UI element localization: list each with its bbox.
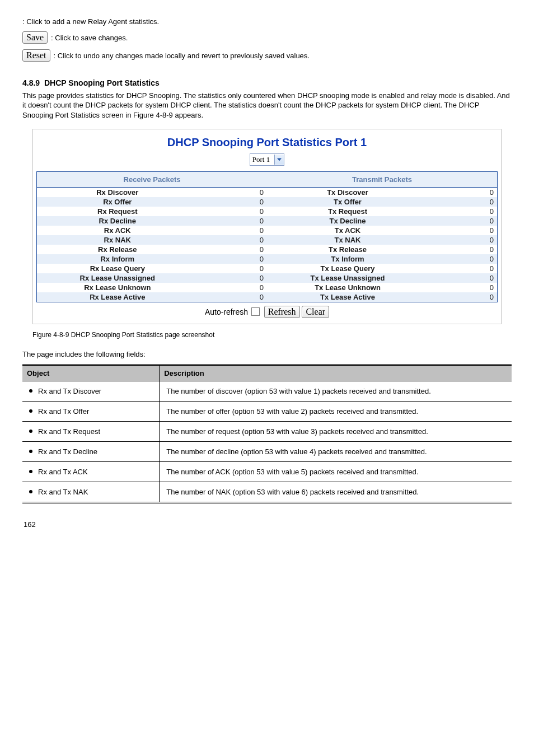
save-description: : Click to save changes. — [51, 34, 128, 42]
desc-head-description: Description — [160, 365, 512, 381]
rx-label: Rx Lease Active — [37, 292, 198, 302]
tx-label: Tx ACK — [267, 226, 428, 235]
rx-label: Rx NAK — [37, 235, 198, 245]
rx-value: 0 — [198, 254, 267, 264]
desc-object: Rx and Tx Decline — [22, 442, 160, 462]
desc-object: Rx and Tx Request — [22, 422, 160, 442]
rx-label: Rx ACK — [37, 226, 198, 235]
desc-object: Rx and Tx Offer — [22, 402, 160, 422]
rx-value: 0 — [198, 292, 267, 302]
desc-text: The number of decline (option 53 with va… — [160, 442, 512, 462]
clear-button[interactable]: Clear — [302, 306, 329, 318]
save-button[interactable]: Save — [22, 31, 48, 44]
desc-text: The number of offer (option 53 with valu… — [160, 402, 512, 422]
desc-object: Rx and Tx NAK — [22, 482, 160, 503]
tx-label: Tx Lease Active — [267, 292, 428, 302]
desc-head-object: Object — [22, 365, 160, 381]
rx-label: Rx Decline — [37, 216, 198, 226]
table-row: Rx Lease Unassigned0Tx Lease Unassigned0 — [37, 273, 498, 283]
desc-intro: The page includes the following fields: — [22, 350, 512, 358]
bullet-icon — [29, 450, 32, 453]
tx-label: Tx NAK — [267, 235, 428, 245]
section-title: DHCP Snooping Port Statistics — [44, 78, 160, 87]
desc-text: The number of discover (option 53 with v… — [160, 381, 512, 402]
chevron-down-icon — [274, 155, 284, 165]
tx-label: Tx Discover — [267, 188, 428, 198]
rx-value: 0 — [198, 235, 267, 245]
port-select-value: Port 1 — [250, 155, 274, 164]
table-row: Rx Lease Unknown0Tx Lease Unknown0 — [37, 283, 498, 292]
rx-label: Rx Offer — [37, 197, 198, 207]
auto-refresh-label: Auto-refresh — [205, 307, 248, 316]
tx-value: 0 — [428, 245, 497, 254]
bullet-icon — [29, 470, 32, 473]
page-number: 162 — [22, 520, 512, 529]
rx-value: 0 — [198, 188, 267, 198]
rx-value: 0 — [198, 264, 267, 273]
table-row: Rx and Tx DiscoverThe number of discover… — [22, 381, 512, 402]
rx-label: Rx Lease Unassigned — [37, 273, 198, 283]
rx-value: 0 — [198, 197, 267, 207]
screenshot-title: DHCP Snooping Port Statistics Port 1 — [36, 136, 498, 149]
tx-label: Tx Lease Unassigned — [267, 273, 428, 283]
table-row: Rx ACK0Tx ACK0 — [37, 226, 498, 235]
table-row: Rx Decline0Tx Decline0 — [37, 216, 498, 226]
table-row: Rx Lease Query0Tx Lease Query0 — [37, 264, 498, 273]
table-row: Rx Discover0Tx Discover0 — [37, 188, 498, 198]
bullet-icon — [29, 430, 32, 433]
rx-label: Rx Lease Unknown — [37, 283, 198, 292]
rx-label: Rx Lease Query — [37, 264, 198, 273]
rx-label: Rx Release — [37, 245, 198, 254]
rx-value: 0 — [198, 207, 267, 216]
rx-value: 0 — [198, 216, 267, 226]
tx-value: 0 — [428, 273, 497, 283]
table-row: Rx Release0Tx Release0 — [37, 245, 498, 254]
table-row: Rx Lease Active0Tx Lease Active0 — [37, 292, 498, 302]
table-row: Rx and Tx ACKThe number of ACK (option 5… — [22, 462, 512, 482]
header-receive: Receive Packets — [37, 172, 267, 188]
refresh-button[interactable]: Refresh — [264, 306, 300, 318]
tx-value: 0 — [428, 292, 497, 302]
section-number: 4.8.9 — [22, 78, 40, 87]
reset-button[interactable]: Reset — [22, 49, 50, 62]
bullet-icon — [29, 389, 32, 393]
table-row: Rx and Tx RequestThe number of request (… — [22, 422, 512, 442]
tx-value: 0 — [428, 254, 497, 264]
tx-value: 0 — [428, 264, 497, 273]
tx-label: Tx Request — [267, 207, 428, 216]
table-row: Rx Request0Tx Request0 — [37, 207, 498, 216]
tx-label: Tx Lease Query — [267, 264, 428, 273]
tx-value: 0 — [428, 197, 497, 207]
rx-label: Rx Discover — [37, 188, 198, 198]
header-transmit: Transmit Packets — [267, 172, 498, 188]
tx-value: 0 — [428, 216, 497, 226]
table-row: Rx Offer0Tx Offer0 — [37, 197, 498, 207]
intro-text: : Click to add a new Relay Agent statist… — [22, 17, 512, 27]
screenshot-frame: DHCP Snooping Port Statistics Port 1 Por… — [32, 129, 502, 324]
bullet-icon — [29, 490, 32, 493]
rx-value: 0 — [198, 226, 267, 235]
stats-table: Receive Packets Transmit Packets Rx Disc… — [36, 171, 498, 302]
desc-text: The number of ACK (option 53 with value … — [160, 462, 512, 482]
tx-value: 0 — [428, 235, 497, 245]
tx-label: Tx Decline — [267, 216, 428, 226]
section-body: This page provides statistics for DHCP S… — [22, 91, 512, 120]
table-row: Rx and Tx DeclineThe number of decline (… — [22, 442, 512, 462]
table-row: Rx Inform0Tx Inform0 — [37, 254, 498, 264]
desc-text: The number of NAK (option 53 with value … — [160, 482, 512, 503]
port-select[interactable]: Port 1 — [250, 153, 284, 166]
desc-object: Rx and Tx ACK — [22, 462, 160, 482]
table-row: Rx and Tx OfferThe number of offer (opti… — [22, 402, 512, 422]
rx-value: 0 — [198, 283, 267, 292]
bullet-icon — [29, 409, 32, 413]
rx-label: Rx Request — [37, 207, 198, 216]
table-row: Rx NAK0Tx NAK0 — [37, 235, 498, 245]
rx-value: 0 — [198, 273, 267, 283]
rx-value: 0 — [198, 245, 267, 254]
auto-refresh-checkbox[interactable] — [251, 307, 260, 316]
tx-label: Tx Lease Unknown — [267, 283, 428, 292]
tx-value: 0 — [428, 207, 497, 216]
description-table: Object Description Rx and Tx DiscoverThe… — [22, 364, 512, 503]
rx-label: Rx Inform — [37, 254, 198, 264]
desc-object: Rx and Tx Discover — [22, 381, 160, 402]
